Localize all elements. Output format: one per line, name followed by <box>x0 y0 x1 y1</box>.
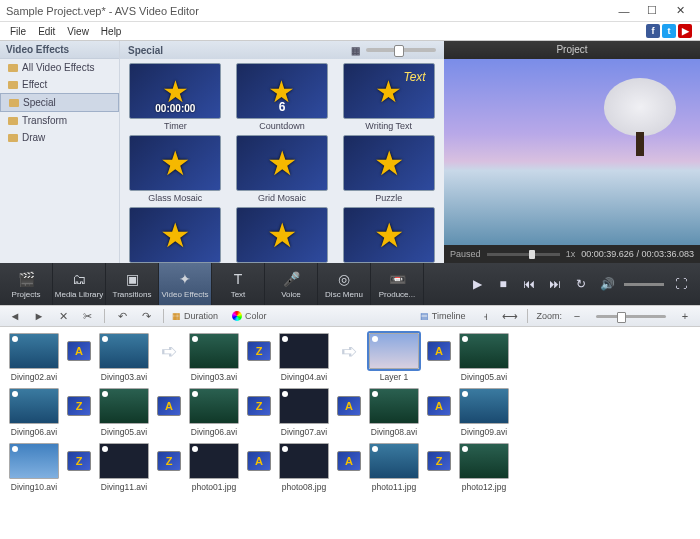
window-minimize-button[interactable]: — <box>610 2 638 20</box>
effect-puzzle[interactable]: ★Puzzle <box>337 135 440 203</box>
clip-diving05[interactable]: Diving05.avi <box>456 333 512 382</box>
grid-view-icon[interactable]: ▦ <box>351 45 360 56</box>
zoom-out-button[interactable]: − <box>568 308 586 324</box>
effect-particles[interactable]: ★Particles <box>231 207 334 263</box>
prev-frame-button[interactable]: ⏮ <box>520 277 538 291</box>
mute-button[interactable]: 🔊 <box>598 277 616 291</box>
menu-file[interactable]: File <box>4 24 32 39</box>
zoom-in-button[interactable]: + <box>676 308 694 324</box>
seek-slider[interactable] <box>487 253 560 256</box>
trim-button[interactable]: ✂ <box>78 308 96 324</box>
redo-button[interactable]: ↷ <box>137 308 155 324</box>
transition-placeholder[interactable]: ➪ <box>156 333 182 369</box>
transition-slot[interactable]: Z <box>66 388 92 424</box>
clip-diving09[interactable]: Diving09.avi <box>456 388 512 437</box>
youtube-icon[interactable]: ▶ <box>678 24 692 38</box>
ribbon-projects[interactable]: 🎬Projects <box>0 263 53 305</box>
play-button[interactable]: ▶ <box>468 277 486 291</box>
window-title: Sample Project.vep* - AVS Video Editor <box>6 5 610 17</box>
clip-diving04[interactable]: Diving04.avi <box>276 333 332 382</box>
preview-status-bar: Paused 1x 00:00:39.626 / 00:03:36.083 <box>444 245 700 263</box>
transition-slot[interactable]: A <box>246 443 272 479</box>
transition-slot[interactable]: A <box>336 443 362 479</box>
menu-edit[interactable]: Edit <box>32 24 61 39</box>
clip-diving11[interactable]: Diving11.avi <box>96 443 152 492</box>
effect-countdown[interactable]: ★6Countdown <box>231 63 334 131</box>
ribbon-media-library[interactable]: 🗂Media Library <box>53 263 106 305</box>
zoom-slider[interactable] <box>596 315 666 318</box>
effect-grid-mosaic[interactable]: ★Grid Mosaic <box>231 135 334 203</box>
transition-slot[interactable]: Z <box>246 388 272 424</box>
clip-diving03[interactable]: Diving03.avi <box>186 333 242 382</box>
effect-timer[interactable]: ★00:00:00Timer <box>124 63 227 131</box>
color-tool[interactable]: Color <box>232 311 267 321</box>
clip-diving06[interactable]: Diving06.avi <box>6 388 62 437</box>
timeline-toggle[interactable]: ▤ Timeline <box>420 311 466 321</box>
stop-button[interactable]: ■ <box>494 277 512 291</box>
transition-slot[interactable]: A <box>426 333 452 369</box>
transition-slot[interactable]: A <box>156 388 182 424</box>
undo-button[interactable]: ↶ <box>113 308 131 324</box>
clip-diving10[interactable]: Diving10.avi <box>6 443 62 492</box>
ribbon-voice[interactable]: 🎤Voice <box>265 263 318 305</box>
window-close-button[interactable]: ✕ <box>666 2 694 20</box>
fit-view-icon[interactable]: ⟷ <box>501 308 519 324</box>
thumb-size-slider[interactable] <box>366 48 436 52</box>
effect-glass-mosaic[interactable]: ★Glass Mosaic <box>124 135 227 203</box>
duration-tool[interactable]: ▦ Duration <box>172 311 218 321</box>
clip-layer 1[interactable]: Layer 1 <box>366 333 422 382</box>
transitions-icon: ▣ <box>122 270 142 288</box>
menu-view[interactable]: View <box>61 24 95 39</box>
window-maximize-button[interactable]: ☐ <box>638 2 666 20</box>
ribbon-video-effects[interactable]: ✦Video Effects <box>159 263 212 305</box>
playback-speed: 1x <box>566 249 576 259</box>
ribbon-produce-[interactable]: 📼Produce... <box>371 263 424 305</box>
transition-slot[interactable]: A <box>336 388 362 424</box>
sidebar-item-special[interactable]: Special <box>0 93 119 112</box>
ribbon-disc-menu[interactable]: ◎Disc Menu <box>318 263 371 305</box>
sidebar-item-effect[interactable]: Effect <box>0 76 119 93</box>
folder-icon <box>8 117 18 125</box>
transition-slot[interactable]: Z <box>246 333 272 369</box>
ribbon-text[interactable]: TText <box>212 263 265 305</box>
effect-canvas[interactable]: ★Canvas <box>337 207 440 263</box>
volume-slider[interactable] <box>624 283 664 286</box>
delete-button[interactable]: ✕ <box>54 308 72 324</box>
fullscreen-button[interactable]: ⛶ <box>672 277 690 291</box>
menu-help[interactable]: Help <box>95 24 128 39</box>
nav-back-button[interactable]: ◄ <box>6 308 24 324</box>
transition-slot[interactable]: Z <box>66 443 92 479</box>
clip-diving05[interactable]: Diving05.avi <box>96 388 152 437</box>
clip-diving06[interactable]: Diving06.avi <box>186 388 242 437</box>
transition-slot[interactable]: Z <box>156 443 182 479</box>
storyboard[interactable]: Diving02.aviADiving03.avi➪Diving03.aviZD… <box>0 327 700 539</box>
split-view-icon[interactable]: ⫞ <box>477 308 495 324</box>
preview-viewport[interactable] <box>444 59 700 245</box>
clip-photo08[interactable]: photo08.jpg <box>276 443 332 492</box>
clip-photo11[interactable]: photo11.jpg <box>366 443 422 492</box>
clip-diving08[interactable]: Diving08.avi <box>366 388 422 437</box>
sidebar-item-all-video-effects[interactable]: All Video Effects <box>0 59 119 76</box>
folder-icon <box>8 134 18 142</box>
next-frame-button[interactable]: ⏭ <box>546 277 564 291</box>
clip-diving02[interactable]: Diving02.avi <box>6 333 62 382</box>
loop-button[interactable]: ↻ <box>572 277 590 291</box>
facebook-icon[interactable]: f <box>646 24 660 38</box>
sidebar-item-draw[interactable]: Draw <box>0 129 119 146</box>
nav-forward-button[interactable]: ► <box>30 308 48 324</box>
projects-icon: 🎬 <box>16 270 36 288</box>
produce--icon: 📼 <box>387 270 407 288</box>
effect-snow[interactable]: ★Snow <box>124 207 227 263</box>
transition-slot[interactable]: A <box>66 333 92 369</box>
clip-photo01[interactable]: photo01.jpg <box>186 443 242 492</box>
clip-diving03[interactable]: Diving03.avi <box>96 333 152 382</box>
transition-slot[interactable]: Z <box>426 443 452 479</box>
sidebar-item-transform[interactable]: Transform <box>0 112 119 129</box>
ribbon-transitions[interactable]: ▣Transitions <box>106 263 159 305</box>
clip-diving07[interactable]: Diving07.avi <box>276 388 332 437</box>
transition-slot[interactable]: A <box>426 388 452 424</box>
transition-placeholder[interactable]: ➪ <box>336 333 362 369</box>
effect-writing-text[interactable]: ★TextWriting Text <box>337 63 440 131</box>
twitter-icon[interactable]: t <box>662 24 676 38</box>
clip-photo12[interactable]: photo12.jpg <box>456 443 512 492</box>
